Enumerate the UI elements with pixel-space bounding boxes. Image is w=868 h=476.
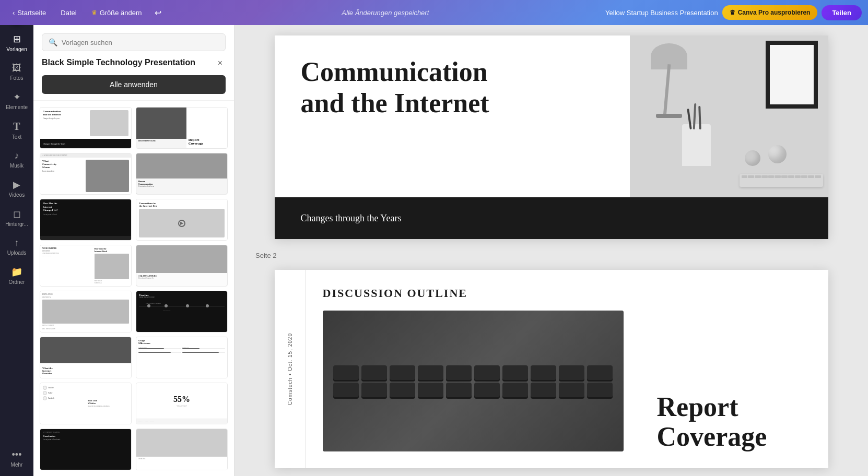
grid-row-7: YouTube Twitter Facebook (40, 383, 228, 424)
grid-row-6: What theInternetProvides UsageMilestones (40, 337, 228, 378)
template-thumb-14[interactable]: 55% WORLD POPULATIONWITH NET ACCESS SEAR… (136, 383, 228, 424)
sidebar-item-vorlagen[interactable]: ⊞ Vorlagen (2, 29, 31, 56)
sidebar-item-fotos[interactable]: 🖼 Fotos (2, 58, 31, 85)
sidebar-item-mehr[interactable]: ••• Mehr (2, 445, 31, 472)
music-icon: ♪ (15, 150, 19, 161)
report-coverage-title: Report Coverage (657, 392, 812, 451)
search-input[interactable] (62, 39, 219, 46)
panel-title: Black Simple Technology Presentation (42, 57, 215, 68)
search-icon: 🔍 (49, 38, 57, 46)
template-thumb-7[interactable]: YOUR COMPUTER INTERNET ANOTHER COMPUTER … (40, 245, 132, 287)
slide-1-bottom-bar: Changes through the Years (275, 197, 828, 239)
template-thumb-1[interactable]: Communicationand the Internet Changes th… (40, 107, 132, 149)
slide-1-main: Communication and the Internet (275, 35, 828, 197)
more-icon: ••• (12, 449, 22, 460)
nav-center: Alle Änderungen gespeichert (166, 9, 606, 17)
template-thumb-15[interactable]: ACCORDING TO MEDIA Conclusion Lorem ipsu… (40, 429, 132, 470)
discussion-outline-title: DISCUSSION OUTLINE (323, 287, 624, 300)
grid-row-4: YOUR COMPUTER INTERNET ANOTHER COMPUTER … (40, 245, 228, 287)
template-thumb-9[interactable]: POPULATION STATISTICS LET'S CONNECT LET … (40, 291, 132, 332)
template-thumb-10[interactable]: Timeline FROM THEN TO NOW CORE & EVERYDA… (136, 291, 228, 332)
slide-1-container[interactable]: Communication and the Internet (275, 35, 828, 239)
panel-title-row: Black Simple Technology Presentation × (42, 57, 226, 69)
home-button[interactable]: ‹ Startseite (6, 6, 52, 20)
background-icon: ◻ (13, 208, 21, 220)
text-icon: T (13, 121, 20, 133)
templates-icon: ⊞ (13, 33, 21, 45)
canvas-area: Communication and the Internet (234, 25, 868, 476)
sidebar-item-hintergrund[interactable]: ◻ Hintergr... (2, 204, 31, 231)
template-thumb-4[interactable]: HumanCommunication Presentation about lo… (136, 153, 228, 195)
nav-right-group: Yellow Startup Business Presentation ♛ C… (605, 5, 862, 20)
sidebar-item-ordner[interactable]: 📁 Ordner (2, 262, 31, 289)
resize-button[interactable]: ♛ Größe ändern (85, 6, 148, 20)
template-grid: Communicationand the Internet Changes th… (33, 101, 234, 476)
sidebar-item-elemente[interactable]: ✦ Elemente (2, 87, 31, 114)
video-icon: ▶ (13, 179, 20, 191)
slide-subtitle: Changes through the Years (301, 213, 402, 224)
template-thumb-2[interactable]: DISCUSSION OUTLINE ReportCoverage (136, 107, 228, 149)
main-layout: ⊞ Vorlagen 🖼 Fotos ✦ Elemente T Text ♪ M… (0, 25, 868, 476)
grid-row-1: Communicationand the Internet Changes th… (40, 107, 228, 149)
grid-row-2: A WORLD BEFORE THE INTERNET WhatConnecti… (40, 153, 228, 195)
upload-icon: ↑ (15, 237, 19, 248)
search-bar[interactable]: 🔍 (42, 33, 226, 51)
slide-2-right: Report Coverage (640, 270, 828, 468)
template-thumb-3[interactable]: A WORLD BEFORE THE INTERNET WhatConnecti… (40, 153, 132, 195)
template-thumb-5[interactable]: How Has theInternetChanged Us? Lorem ips… (40, 199, 132, 241)
keyboard-image (323, 311, 624, 451)
slide-2-date-strip: Comstech • Oct. 15, 2020 (275, 270, 306, 468)
slide-2-center: DISCUSSION OUTLINE (306, 270, 640, 468)
slide-1: Communication and the Internet (275, 35, 828, 239)
share-button[interactable]: Teilen (822, 5, 862, 20)
file-button[interactable]: Datei (54, 6, 83, 20)
photos-icon: 🖼 (12, 63, 21, 74)
sidebar-item-musik[interactable]: ♪ Musik (2, 146, 31, 173)
crown-icon: ♛ (91, 9, 97, 16)
template-thumb-12[interactable]: UsageMilestones TYPES & COMET (136, 337, 228, 378)
slide-2: Comstech • Oct. 15, 2020 DISCUSSION OUTL… (275, 270, 828, 468)
template-thumb-11[interactable]: What theInternetProvides (40, 337, 132, 378)
grid-row-3: How Has theInternetChanged Us? Lorem ips… (40, 199, 228, 241)
page-2-label: Seite 2 (255, 247, 276, 261)
top-navigation: ‹ Startseite Datei ♛ Größe ändern ↩ Alle… (0, 0, 868, 25)
crown-icon-pro: ♛ (730, 9, 735, 16)
undo-button[interactable]: ↩ (150, 5, 166, 21)
canvapro-button[interactable]: ♛ Canva Pro ausprobieren (722, 5, 818, 20)
grid-row-5: POPULATION STATISTICS LET'S CONNECT LET … (40, 291, 228, 332)
slide-1-title: Communication and the Internet (301, 56, 604, 119)
template-thumb-13[interactable]: YouTube Twitter Facebook (40, 383, 132, 424)
left-sidebar: ⊞ Vorlagen 🖼 Fotos ✦ Elemente T Text ♪ M… (0, 25, 33, 476)
sidebar-item-text[interactable]: T Text (2, 116, 31, 144)
nav-left-group: ‹ Startseite Datei ♛ Größe ändern ↩ (6, 5, 166, 21)
apply-all-button[interactable]: Alle anwenden (42, 75, 226, 94)
chevron-left-icon: ‹ (13, 9, 15, 17)
template-thumb-6[interactable]: Connections inthe Internet Era ▶ (136, 199, 228, 241)
vertical-date-text: Comstech • Oct. 15, 2020 (287, 333, 293, 405)
close-panel-button[interactable]: × (215, 57, 226, 69)
sidebar-item-videos[interactable]: ▶ Videos (2, 175, 31, 202)
template-thumb-16[interactable]: Thank You (136, 429, 228, 470)
panel-header: 🔍 Black Simple Technology Presentation ×… (33, 25, 234, 101)
save-status: Alle Änderungen gespeichert (342, 9, 429, 17)
elements-icon: ✦ (13, 91, 21, 103)
template-panel: 🔍 Black Simple Technology Presentation ×… (33, 25, 234, 476)
slide-1-black-right (630, 197, 828, 239)
grid-row-8: ACCORDING TO MEDIA Conclusion Lorem ipsu… (40, 429, 228, 470)
slide-1-text-area: Communication and the Internet (275, 35, 630, 197)
folder-icon: 📁 (11, 266, 22, 278)
document-title: Yellow Startup Business Presentation (605, 9, 718, 17)
template-thumb-8[interactable]: 3 GLOBAL ISSUES How does it Connect Us (136, 245, 228, 287)
sidebar-item-uploads[interactable]: ↑ Uploads (2, 233, 31, 260)
slide-1-image-area (630, 35, 828, 197)
slide-2-container[interactable]: Comstech • Oct. 15, 2020 DISCUSSION OUTL… (275, 270, 828, 468)
